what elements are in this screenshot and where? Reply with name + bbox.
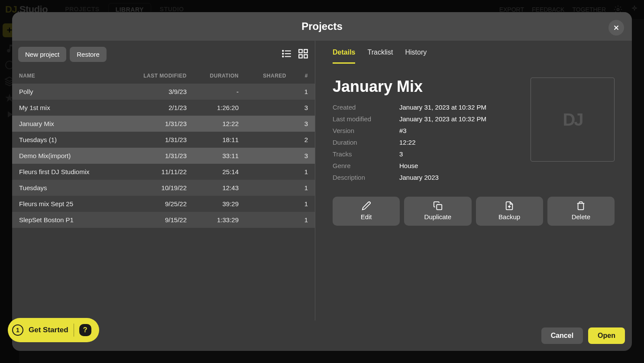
open-button[interactable]: Open xyxy=(588,327,625,344)
view-toggles xyxy=(281,48,309,61)
cell-name: Demo Mix(import) xyxy=(19,152,126,159)
table-row[interactable]: Polly3/9/23-1 xyxy=(12,84,315,100)
cell-count: 1 xyxy=(286,168,308,175)
modal-body: New project Restore NAME LAST MODIFIED D… xyxy=(12,41,632,321)
svg-rect-12 xyxy=(437,204,442,210)
svg-rect-8 xyxy=(299,49,302,53)
modal-footer: Cancel Open xyxy=(12,321,632,351)
details-content: January Mix CreatedJanuary 31, 2023 at 1… xyxy=(333,64,615,185)
detail-tabs: Details Tracklist History xyxy=(333,41,615,64)
cell-name: SlepSet Boston P1 xyxy=(19,216,126,224)
tab-tracklist[interactable]: Tracklist xyxy=(367,49,393,64)
th-name[interactable]: NAME xyxy=(19,73,126,79)
table-row[interactable]: Tuesdays (1)1/31/2318:112 xyxy=(12,132,315,148)
th-count[interactable]: # xyxy=(286,73,308,79)
table-row[interactable]: My 1st mix2/1/231:26:203 xyxy=(12,100,315,116)
table-header: NAME LAST MODIFIED DURATION SHARED # xyxy=(12,68,315,84)
meta-description-label: Description xyxy=(333,174,398,181)
list-icon xyxy=(281,48,292,59)
cell-name: My 1st mix xyxy=(19,104,126,111)
list-view-button[interactable] xyxy=(281,48,292,61)
table-row[interactable]: SlepSet Boston P19/15/221:33:291 xyxy=(12,212,315,228)
cell-last-modified: 11/11/22 xyxy=(126,168,187,175)
meta-duration-label: Duration xyxy=(333,139,398,146)
cell-count: 3 xyxy=(286,152,308,159)
cell-last-modified: 1/31/23 xyxy=(126,120,187,127)
meta-modified-label: Last modified xyxy=(333,115,398,123)
table-row[interactable]: Demo Mix(import)1/31/2333:113 xyxy=(12,148,315,164)
table-row[interactable]: Fleurs first DJ Studiomix11/11/2225:141 xyxy=(12,164,315,180)
table-row[interactable]: Tuesdays10/19/2212:431 xyxy=(12,180,315,196)
backup-icon xyxy=(505,201,514,211)
meta-modified-value: January 31, 2023 at 10:32 PM xyxy=(399,115,518,123)
edit-button[interactable]: Edit xyxy=(333,197,400,226)
projects-modal: Projects New project Restore xyxy=(12,12,632,351)
svg-point-6 xyxy=(282,53,283,54)
cell-duration: - xyxy=(187,88,239,95)
duplicate-button[interactable]: Duplicate xyxy=(404,197,471,226)
table-row[interactable]: January Mix1/31/2312:223 xyxy=(12,116,315,132)
modal-header: Projects xyxy=(12,12,632,41)
cell-duration: 1:26:20 xyxy=(187,104,239,111)
delete-label: Delete xyxy=(572,213,590,220)
cell-last-modified: 9/15/22 xyxy=(126,216,187,224)
cell-name: Fleurs first DJ Studiomix xyxy=(19,168,126,175)
cell-last-modified: 10/19/22 xyxy=(126,184,187,191)
project-table: NAME LAST MODIFIED DURATION SHARED # Pol… xyxy=(12,68,315,321)
cancel-button[interactable]: Cancel xyxy=(541,327,583,344)
svg-rect-10 xyxy=(299,55,302,58)
cell-duration: 33:11 xyxy=(187,152,239,159)
cell-count: 3 xyxy=(286,104,308,111)
cell-name: Tuesdays (1) xyxy=(19,136,126,143)
panel-left: New project Restore NAME LAST MODIFIED D… xyxy=(12,41,315,321)
cell-duration: 12:22 xyxy=(187,120,239,127)
cell-duration: 1:33:29 xyxy=(187,216,239,224)
cell-count: 2 xyxy=(286,136,308,143)
cell-last-modified: 1/31/23 xyxy=(126,152,187,159)
help-icon[interactable]: ? xyxy=(79,324,91,336)
action-buttons: Edit Duplicate Backup Delete xyxy=(333,197,615,226)
cell-last-modified: 9/25/22 xyxy=(126,200,187,207)
table-row[interactable]: Fleurs mix Sept 259/25/2239:291 xyxy=(12,196,315,212)
cell-duration: 25:14 xyxy=(187,168,239,175)
cell-duration: 12:43 xyxy=(187,184,239,191)
table-rows: Polly3/9/23-1My 1st mix2/1/231:26:203Jan… xyxy=(12,84,315,228)
meta-version-label: Version xyxy=(333,127,398,134)
cell-last-modified: 3/9/23 xyxy=(126,88,187,95)
meta-description-value: January 2023 xyxy=(399,174,518,181)
backup-button[interactable]: Backup xyxy=(476,197,543,226)
tab-details[interactable]: Details xyxy=(333,49,355,64)
meta-tracks-value: 3 xyxy=(399,150,518,158)
get-started-pill[interactable]: 1 Get Started ? xyxy=(8,318,99,342)
thumbnail-logo-icon: DJ xyxy=(563,110,582,130)
grid-view-button[interactable] xyxy=(298,48,309,61)
get-started-step: 1 xyxy=(12,324,23,336)
tab-history[interactable]: History xyxy=(405,49,427,64)
new-project-button[interactable]: New project xyxy=(18,47,66,62)
edit-label: Edit xyxy=(361,213,372,220)
meta-version-value: #3 xyxy=(399,127,518,134)
svg-rect-11 xyxy=(304,55,307,58)
panel-left-top: New project Restore xyxy=(12,41,315,68)
th-duration[interactable]: DURATION xyxy=(187,73,239,79)
th-shared[interactable]: SHARED xyxy=(239,73,286,79)
meta-genre-label: Genre xyxy=(333,162,398,169)
duplicate-icon xyxy=(433,201,443,211)
cell-name: Fleurs mix Sept 25 xyxy=(19,200,126,207)
edit-icon xyxy=(362,201,371,211)
duplicate-label: Duplicate xyxy=(424,213,452,220)
svg-point-5 xyxy=(282,50,283,51)
divider xyxy=(74,324,74,337)
modal-title: Projects xyxy=(301,20,343,32)
close-button[interactable] xyxy=(608,20,624,36)
delete-button[interactable]: Delete xyxy=(547,197,615,226)
grid-icon xyxy=(298,48,309,59)
cell-count: 1 xyxy=(286,216,308,224)
cell-count: 3 xyxy=(286,120,308,127)
cell-name: January Mix xyxy=(19,120,126,127)
cell-count: 1 xyxy=(286,200,308,207)
restore-button[interactable]: Restore xyxy=(70,47,107,62)
th-last-modified[interactable]: LAST MODIFIED xyxy=(126,73,187,79)
panel-right: Details Tracklist History January Mix Cr… xyxy=(315,41,632,321)
cell-name: Polly xyxy=(19,88,126,95)
